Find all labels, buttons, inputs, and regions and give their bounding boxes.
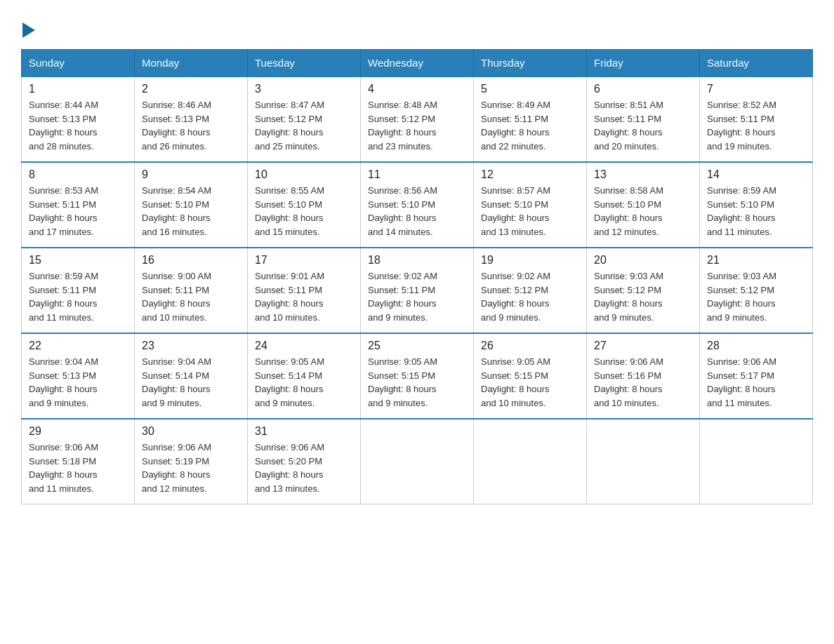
day-info: Sunrise: 8:53 AM Sunset: 5:11 PM Dayligh…: [29, 184, 127, 239]
calendar-table: SundayMondayTuesdayWednesdayThursdayFrid…: [21, 49, 813, 504]
day-info: Sunrise: 9:05 AM Sunset: 5:15 PM Dayligh…: [368, 355, 466, 410]
day-info: Sunrise: 8:44 AM Sunset: 5:13 PM Dayligh…: [29, 98, 127, 153]
col-header-wednesday: Wednesday: [361, 50, 474, 77]
col-header-friday: Friday: [587, 50, 700, 77]
col-header-saturday: Saturday: [700, 50, 813, 77]
calendar-cell: 4 Sunrise: 8:48 AM Sunset: 5:12 PM Dayli…: [361, 76, 474, 162]
day-info: Sunrise: 9:02 AM Sunset: 5:11 PM Dayligh…: [368, 269, 466, 324]
calendar-week-2: 8 Sunrise: 8:53 AM Sunset: 5:11 PM Dayli…: [22, 162, 813, 248]
calendar-cell: 22 Sunrise: 9:04 AM Sunset: 5:13 PM Dayl…: [22, 333, 135, 419]
logo: [21, 21, 35, 35]
day-number: 31: [255, 425, 353, 438]
calendar-cell: 6 Sunrise: 8:51 AM Sunset: 5:11 PM Dayli…: [587, 76, 700, 162]
calendar-cell: [587, 419, 700, 504]
day-number: 14: [707, 168, 805, 181]
day-info: Sunrise: 8:54 AM Sunset: 5:10 PM Dayligh…: [142, 184, 240, 239]
calendar-cell: 19 Sunrise: 9:02 AM Sunset: 5:12 PM Dayl…: [474, 248, 587, 333]
day-number: 10: [255, 168, 353, 181]
day-number: 29: [29, 425, 127, 438]
calendar-cell: 3 Sunrise: 8:47 AM Sunset: 5:12 PM Dayli…: [248, 76, 361, 162]
day-info: Sunrise: 9:04 AM Sunset: 5:14 PM Dayligh…: [142, 355, 240, 410]
calendar-cell: 28 Sunrise: 9:06 AM Sunset: 5:17 PM Dayl…: [700, 333, 813, 419]
day-number: 15: [29, 254, 127, 267]
calendar-cell: 21 Sunrise: 9:03 AM Sunset: 5:12 PM Dayl…: [700, 248, 813, 333]
calendar-cell: 17 Sunrise: 9:01 AM Sunset: 5:11 PM Dayl…: [248, 248, 361, 333]
calendar-cell: 5 Sunrise: 8:49 AM Sunset: 5:11 PM Dayli…: [474, 76, 587, 162]
day-info: Sunrise: 8:49 AM Sunset: 5:11 PM Dayligh…: [481, 98, 579, 153]
day-number: 19: [481, 254, 579, 267]
day-info: Sunrise: 8:48 AM Sunset: 5:12 PM Dayligh…: [368, 98, 466, 153]
day-info: Sunrise: 9:02 AM Sunset: 5:12 PM Dayligh…: [481, 269, 579, 324]
day-info: Sunrise: 8:52 AM Sunset: 5:11 PM Dayligh…: [707, 98, 805, 153]
day-number: 17: [255, 254, 353, 267]
day-number: 8: [29, 168, 127, 181]
day-info: Sunrise: 9:06 AM Sunset: 5:18 PM Dayligh…: [29, 441, 127, 495]
day-info: Sunrise: 9:06 AM Sunset: 5:16 PM Dayligh…: [594, 355, 692, 410]
calendar-cell: 1 Sunrise: 8:44 AM Sunset: 5:13 PM Dayli…: [22, 76, 135, 162]
calendar-cell: 31 Sunrise: 9:06 AM Sunset: 5:20 PM Dayl…: [248, 419, 361, 504]
day-number: 4: [368, 83, 466, 95]
calendar-week-1: 1 Sunrise: 8:44 AM Sunset: 5:13 PM Dayli…: [22, 76, 813, 162]
day-number: 28: [707, 340, 805, 352]
logo-arrow-icon: [22, 22, 35, 38]
calendar-cell: 10 Sunrise: 8:55 AM Sunset: 5:10 PM Dayl…: [248, 162, 361, 248]
day-number: 7: [707, 83, 805, 95]
calendar-cell: 16 Sunrise: 9:00 AM Sunset: 5:11 PM Dayl…: [135, 248, 248, 333]
calendar-cell: 23 Sunrise: 9:04 AM Sunset: 5:14 PM Dayl…: [135, 333, 248, 419]
day-number: 24: [255, 340, 353, 352]
day-info: Sunrise: 9:05 AM Sunset: 5:15 PM Dayligh…: [481, 355, 579, 410]
day-number: 20: [594, 254, 692, 267]
calendar-cell: 20 Sunrise: 9:03 AM Sunset: 5:12 PM Dayl…: [587, 248, 700, 333]
calendar-cell: 26 Sunrise: 9:05 AM Sunset: 5:15 PM Dayl…: [474, 333, 587, 419]
day-number: 1: [29, 83, 127, 95]
svg-marker-0: [22, 22, 35, 38]
calendar-cell: 15 Sunrise: 8:59 AM Sunset: 5:11 PM Dayl…: [22, 248, 135, 333]
day-number: 27: [594, 340, 692, 352]
day-number: 11: [368, 168, 466, 181]
calendar-week-5: 29 Sunrise: 9:06 AM Sunset: 5:18 PM Dayl…: [22, 419, 813, 504]
calendar-cell: 7 Sunrise: 8:52 AM Sunset: 5:11 PM Dayli…: [700, 76, 813, 162]
day-info: Sunrise: 8:55 AM Sunset: 5:10 PM Dayligh…: [255, 184, 353, 239]
calendar-cell: 30 Sunrise: 9:06 AM Sunset: 5:19 PM Dayl…: [135, 419, 248, 504]
calendar-cell: 29 Sunrise: 9:06 AM Sunset: 5:18 PM Dayl…: [22, 419, 135, 504]
calendar-cell: 8 Sunrise: 8:53 AM Sunset: 5:11 PM Dayli…: [22, 162, 135, 248]
day-info: Sunrise: 9:03 AM Sunset: 5:12 PM Dayligh…: [707, 269, 805, 324]
day-number: 25: [368, 340, 466, 352]
col-header-sunday: Sunday: [22, 50, 135, 77]
day-info: Sunrise: 9:03 AM Sunset: 5:12 PM Dayligh…: [594, 269, 692, 324]
col-header-monday: Monday: [135, 50, 248, 77]
day-info: Sunrise: 8:47 AM Sunset: 5:12 PM Dayligh…: [255, 98, 353, 153]
day-info: Sunrise: 8:56 AM Sunset: 5:10 PM Dayligh…: [368, 184, 466, 239]
day-number: 5: [481, 83, 579, 95]
day-info: Sunrise: 9:05 AM Sunset: 5:14 PM Dayligh…: [255, 355, 353, 410]
col-header-tuesday: Tuesday: [248, 50, 361, 77]
page-header: [21, 21, 813, 35]
day-number: 9: [142, 168, 240, 181]
day-number: 13: [594, 168, 692, 181]
day-info: Sunrise: 8:58 AM Sunset: 5:10 PM Dayligh…: [594, 184, 692, 239]
day-number: 18: [368, 254, 466, 267]
calendar-cell: 24 Sunrise: 9:05 AM Sunset: 5:14 PM Dayl…: [248, 333, 361, 419]
day-info: Sunrise: 9:01 AM Sunset: 5:11 PM Dayligh…: [255, 269, 353, 324]
day-number: 23: [142, 340, 240, 352]
calendar-cell: 2 Sunrise: 8:46 AM Sunset: 5:13 PM Dayli…: [135, 76, 248, 162]
calendar-week-3: 15 Sunrise: 8:59 AM Sunset: 5:11 PM Dayl…: [22, 248, 813, 333]
day-number: 30: [142, 425, 240, 438]
day-info: Sunrise: 8:46 AM Sunset: 5:13 PM Dayligh…: [142, 98, 240, 153]
day-number: 3: [255, 83, 353, 95]
day-info: Sunrise: 9:06 AM Sunset: 5:20 PM Dayligh…: [255, 441, 353, 495]
day-number: 22: [29, 340, 127, 352]
day-info: Sunrise: 8:59 AM Sunset: 5:11 PM Dayligh…: [29, 269, 127, 324]
calendar-header-row: SundayMondayTuesdayWednesdayThursdayFrid…: [22, 50, 813, 77]
day-number: 16: [142, 254, 240, 267]
day-info: Sunrise: 8:59 AM Sunset: 5:10 PM Dayligh…: [707, 184, 805, 239]
day-info: Sunrise: 8:57 AM Sunset: 5:10 PM Dayligh…: [481, 184, 579, 239]
calendar-cell: 12 Sunrise: 8:57 AM Sunset: 5:10 PM Dayl…: [474, 162, 587, 248]
calendar-cell: 25 Sunrise: 9:05 AM Sunset: 5:15 PM Dayl…: [361, 333, 474, 419]
day-info: Sunrise: 9:06 AM Sunset: 5:19 PM Dayligh…: [142, 441, 240, 495]
day-info: Sunrise: 9:04 AM Sunset: 5:13 PM Dayligh…: [29, 355, 127, 410]
calendar-cell: [474, 419, 587, 504]
calendar-cell: [700, 419, 813, 504]
calendar-cell: [361, 419, 474, 504]
day-info: Sunrise: 8:51 AM Sunset: 5:11 PM Dayligh…: [594, 98, 692, 153]
